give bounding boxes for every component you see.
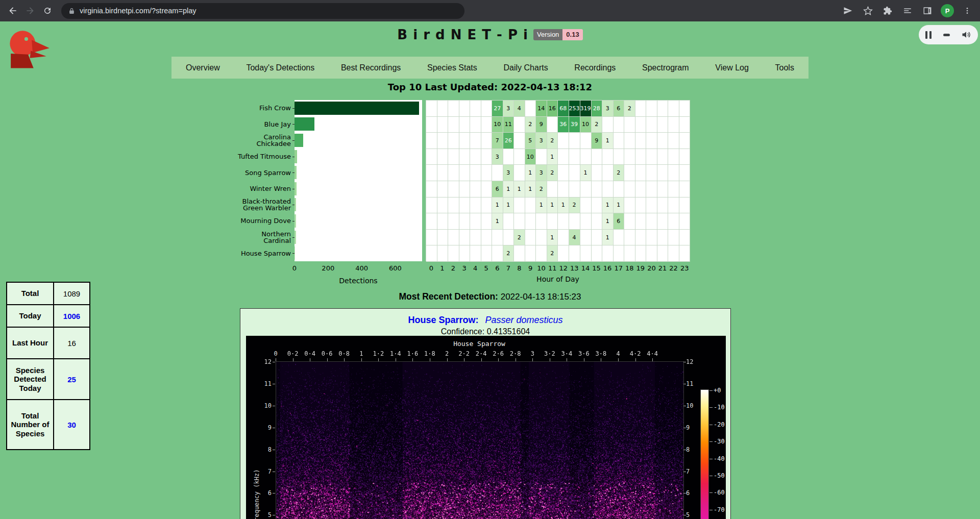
stat-value-link[interactable]: 30 (54, 400, 90, 450)
heatmap-cell-empty (614, 245, 625, 262)
hourly-heatmap: 2734141668253319283621011293639102726532… (426, 100, 690, 261)
freq-tick-mark (273, 428, 275, 428)
detection-card: House Sparrow: Passer domesticus Confide… (240, 308, 731, 519)
back-button[interactable] (4, 2, 21, 19)
heatmap-cell-empty (558, 213, 569, 230)
heatmap-cell-empty (657, 117, 669, 133)
seek-handle[interactable] (943, 34, 950, 36)
time-tick-mark (532, 358, 533, 361)
heatmap-cell-empty (448, 117, 459, 133)
heatmap-cell-empty (558, 230, 569, 246)
heatmap-cell-empty (668, 181, 679, 197)
heatmap-cell-empty (426, 101, 437, 117)
heatmap-cell-empty (646, 197, 657, 214)
volume-icon[interactable] (961, 30, 971, 40)
species-label: Tufted Titmouse (199, 149, 291, 165)
profile-button[interactable]: P (939, 2, 956, 19)
time-tick-mark (276, 358, 276, 361)
heatmap-cell-empty (503, 213, 514, 230)
detection-scientific-name[interactable]: Passer domesticus (485, 315, 562, 325)
site-title: B i r d N E T - P i (397, 27, 528, 42)
nav-item-spectrogram[interactable]: Spectrogram (642, 63, 689, 72)
freq-tick-label: 11 (686, 380, 706, 387)
stat-label: Last Hour (7, 327, 54, 359)
freq-tick-mark (273, 450, 275, 450)
species-label: Black-throated Green Warbler (199, 197, 291, 213)
nav-item-best-recordings[interactable]: Best Recordings (341, 63, 401, 72)
heatmap-cell-empty (426, 213, 437, 230)
lock-icon (68, 8, 75, 14)
menu-button[interactable] (959, 2, 976, 19)
heatmap-cell: 3 (536, 165, 547, 181)
nav-item-view-log[interactable]: View Log (715, 63, 749, 72)
heatmap-cell-empty (679, 181, 691, 197)
bar-row (295, 245, 422, 261)
heatmap-cell-empty (481, 230, 493, 246)
stat-value-link[interactable]: 25 (54, 359, 90, 400)
detections-bar-chart (295, 100, 422, 261)
address-bar[interactable]: virginia.birdnetpi.com/?stream=play (61, 3, 464, 19)
time-tick-mark (327, 358, 328, 361)
heatmap-cell-empty (437, 165, 449, 181)
heatmap-cell: 1 (602, 230, 614, 246)
heatmap-cell: 2 (614, 165, 625, 181)
heatmap-cell-empty (470, 117, 481, 133)
heatmap-cell: 1 (514, 181, 525, 197)
bookmark-button[interactable] (859, 2, 876, 19)
recent-label: Most Recent Detection: (399, 291, 498, 302)
nav-item-tools[interactable]: Tools (775, 63, 794, 72)
forward-button[interactable] (21, 2, 39, 19)
heatmap-cell: 36 (558, 117, 569, 133)
colorbar-tick-label: -50 (714, 472, 725, 479)
reading-list-button[interactable] (899, 2, 916, 19)
heatmap-cell-empty (514, 117, 525, 133)
heatmap-cell: 28 (592, 101, 603, 117)
heatmap-cell-empty (657, 165, 669, 181)
nav-item-daily-charts[interactable]: Daily Charts (504, 63, 548, 72)
page-root: B i r d N E T - P i Version 0.13 Overvie… (0, 21, 980, 519)
heatmap-cell-empty (614, 117, 625, 133)
heatmap-cell: 2 (547, 133, 558, 149)
heatmap-cell-empty (580, 133, 592, 149)
heatmap-cell-empty (470, 213, 481, 230)
freq-tick-mark (683, 493, 686, 493)
freq-tick-mark (273, 362, 275, 362)
heatmap-cell-empty (646, 230, 657, 246)
side-panel-button[interactable] (919, 2, 936, 19)
extensions-button[interactable] (879, 2, 896, 19)
send-button[interactable] (839, 2, 856, 19)
heatmap-cell-empty (426, 133, 437, 149)
heatmap-cell: 4 (514, 101, 525, 117)
heatmap-cell-empty (459, 101, 471, 117)
nav-item-species-stats[interactable]: Species Stats (427, 63, 477, 72)
stats-table: Total1089Today1006Last Hour16Species Det… (6, 282, 90, 450)
freq-tick-mark (683, 362, 686, 362)
colorbar-tick-label: +0 (714, 387, 721, 394)
heatmap-cell: 1 (614, 197, 625, 214)
heatmap-cell: 1 (547, 230, 558, 246)
freq-tick-mark (683, 406, 686, 406)
nav-item-today-s-detections[interactable]: Today's Detections (246, 63, 314, 72)
heatmap-cell-empty (614, 149, 625, 165)
freq-tick-label: 8 (686, 446, 706, 453)
nav-item-overview[interactable]: Overview (186, 63, 220, 72)
detection-common-name[interactable]: House Sparrow: (408, 315, 478, 325)
reload-button[interactable] (39, 2, 56, 19)
nav-item-recordings[interactable]: Recordings (574, 63, 616, 72)
time-tick-mark (396, 358, 396, 361)
heatmap-cell-empty (448, 197, 459, 214)
freq-tick-mark (273, 406, 275, 406)
heatmap-cell-empty (437, 197, 449, 214)
forward-arrow-icon (25, 6, 35, 16)
audio-player[interactable] (919, 25, 978, 44)
heatmap-cell-empty (602, 245, 614, 262)
heatmap-cell-empty (525, 101, 536, 117)
pause-icon[interactable] (925, 31, 932, 39)
heatmap-cell: 2 (569, 197, 580, 214)
stat-value-link[interactable]: 1006 (54, 305, 90, 327)
heatmap-cell-empty (580, 197, 592, 214)
heatmap-cell-empty (614, 181, 625, 197)
time-tick-mark (378, 358, 379, 361)
heatmap-cell-empty (470, 245, 481, 262)
heatmap-cell: 1 (547, 197, 558, 214)
